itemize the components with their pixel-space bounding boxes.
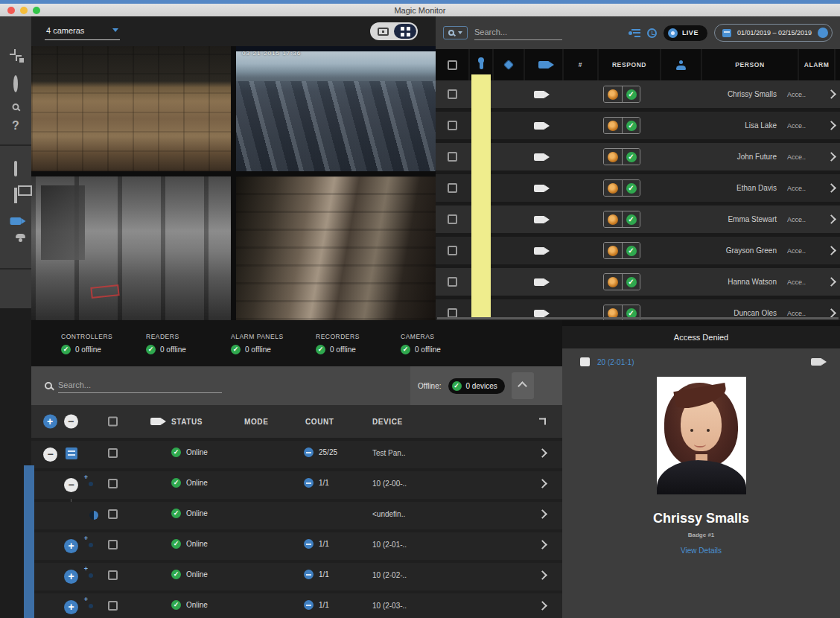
mode-column-header[interactable]: MODE — [244, 418, 268, 426]
expand-node-button[interactable] — [64, 570, 78, 584]
device-row[interactable]: Online <undefin.. — [31, 502, 562, 529]
select-all-header[interactable] — [436, 49, 468, 80]
row-expand-chevron[interactable] — [827, 308, 836, 318]
acknowledge-button[interactable] — [604, 86, 622, 102]
clear-button[interactable] — [622, 274, 640, 290]
history-clock-icon[interactable] — [647, 28, 657, 38]
expand-all-button[interactable] — [43, 415, 57, 429]
status-column-header[interactable]: STATUS — [171, 418, 203, 426]
row-checkbox[interactable] — [108, 601, 118, 611]
camera-icon[interactable] — [534, 278, 545, 286]
row-checkbox[interactable] — [448, 89, 457, 99]
collapse-node-button[interactable] — [64, 478, 78, 492]
camera-icon[interactable] — [534, 91, 545, 98]
acknowledge-button[interactable] — [604, 211, 622, 227]
camera-icon[interactable] — [534, 185, 545, 192]
camera-tile-warehouse-dock[interactable] — [31, 46, 231, 171]
camera-layout-selector[interactable]: 4 cameras — [45, 23, 120, 40]
clear-button[interactable] — [622, 149, 640, 165]
filter-icon[interactable] — [630, 29, 640, 37]
media-stack-icon[interactable] — [14, 189, 17, 203]
event-row[interactable]: 110 John Future Acce.. — [436, 143, 840, 171]
type-column-header[interactable] — [494, 49, 524, 80]
event-row[interactable]: 110 Ethan Davis Acce.. — [436, 174, 840, 202]
acknowledge-button[interactable] — [604, 118, 622, 133]
acknowledge-button[interactable] — [604, 274, 622, 290]
device-row[interactable]: Online 25/25 Test Pan.. — [31, 441, 562, 468]
row-expand-chevron[interactable] — [538, 448, 547, 458]
row-expand-chevron[interactable] — [538, 540, 547, 549]
acknowledge-button[interactable] — [604, 180, 622, 196]
record-icon[interactable] — [13, 77, 18, 91]
collapse-node-button[interactable] — [43, 447, 57, 462]
offline-devices-badge[interactable]: 0 devices — [448, 378, 505, 394]
view-details-link[interactable]: View Details — [562, 547, 840, 555]
clear-button[interactable] — [622, 118, 640, 133]
row-expand-chevron[interactable] — [827, 214, 836, 224]
device-column-header[interactable]: DEVICE — [372, 418, 403, 426]
row-checkbox[interactable] — [108, 448, 118, 458]
camera-column-header[interactable] — [525, 49, 562, 80]
collapse-panel-button[interactable] — [512, 372, 534, 399]
device-search-input[interactable] — [58, 379, 222, 393]
row-expand-chevron[interactable] — [827, 152, 836, 162]
reader-source-link[interactable]: 20 (2-01-1) — [597, 358, 634, 366]
event-row[interactable]: 110 Hanna Watson Acce.. — [436, 268, 840, 296]
clear-button[interactable] — [622, 180, 640, 196]
single-view-button[interactable] — [372, 24, 394, 39]
row-checkbox[interactable] — [448, 214, 457, 224]
row-checkbox[interactable] — [108, 570, 118, 580]
search-scope-dropdown[interactable] — [443, 26, 468, 39]
camera-tile-retail-store[interactable] — [236, 176, 436, 320]
expand-node-button[interactable] — [64, 600, 78, 614]
row-expand-chevron[interactable] — [827, 277, 836, 287]
row-expand-chevron[interactable] — [538, 570, 547, 580]
events-scrollbar[interactable] — [437, 317, 839, 319]
zoom-search-icon[interactable] — [13, 100, 19, 113]
layout-grid-icon[interactable] — [14, 162, 17, 176]
help-icon[interactable]: ? — [12, 119, 19, 133]
row-expand-chevron[interactable] — [538, 509, 547, 519]
collapse-all-button[interactable] — [64, 415, 78, 429]
row-checkbox[interactable] — [108, 540, 118, 549]
events-search-input[interactable] — [474, 26, 562, 40]
row-checkbox[interactable] — [448, 152, 457, 162]
camera-icon[interactable] — [534, 153, 545, 161]
camera-icon[interactable] — [534, 247, 545, 255]
row-expand-chevron[interactable] — [538, 601, 547, 611]
number-column-header[interactable]: # — [564, 49, 597, 80]
row-expand-chevron[interactable] — [827, 121, 836, 130]
acknowledge-button[interactable] — [604, 149, 622, 165]
row-expand-chevron[interactable] — [827, 89, 836, 99]
row-expand-chevron[interactable] — [538, 479, 547, 488]
camera-tile-warehouse-floor[interactable] — [31, 176, 231, 320]
grid-view-button[interactable] — [394, 24, 416, 39]
row-checkbox[interactable] — [448, 121, 457, 130]
camera-icon[interactable] — [534, 122, 545, 130]
device-row[interactable]: Online 1/1 10 (2-00-.. — [31, 471, 562, 499]
date-range-picker[interactable]: 01/01/2019 – 02/15/2019 — [714, 24, 833, 42]
row-expand-chevron[interactable] — [827, 246, 836, 255]
live-button[interactable]: LIVE — [664, 25, 707, 41]
row-checkbox[interactable] — [448, 277, 457, 287]
event-row[interactable]: 110 Emma Stewart Acce.. — [436, 206, 840, 233]
person-icon-column-header[interactable] — [661, 49, 701, 80]
event-row[interactable]: 110 Grayson Green Acce.. — [436, 237, 840, 264]
camera-icon[interactable] — [534, 216, 545, 223]
clear-button[interactable] — [622, 86, 640, 102]
select-all-checkbox[interactable] — [448, 60, 457, 70]
device-row[interactable]: Online 1/1 10 (2-02-.. — [31, 563, 562, 590]
row-checkbox[interactable] — [448, 246, 457, 255]
event-row[interactable]: 110 Chrissy Smalls Acce.. — [436, 80, 840, 108]
row-expand-chevron[interactable] — [827, 183, 836, 193]
expand-node-button[interactable] — [64, 539, 78, 553]
camera-icon[interactable] — [811, 358, 822, 366]
event-row[interactable]: 110 Lisa Lake Acce.. — [436, 112, 840, 139]
clear-button[interactable] — [622, 243, 640, 258]
count-column-header[interactable]: COUNT — [305, 418, 334, 426]
device-row[interactable]: Online 1/1 10 (2-01-.. — [31, 532, 562, 560]
cameras-icon[interactable] — [10, 214, 22, 228]
row-checkbox[interactable] — [448, 183, 457, 193]
date-apply-icon[interactable] — [818, 28, 828, 38]
row-checkbox[interactable] — [108, 509, 118, 519]
